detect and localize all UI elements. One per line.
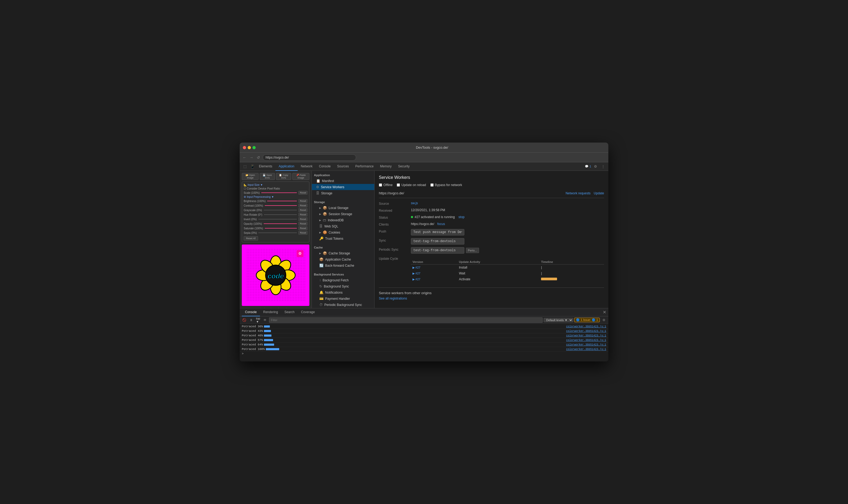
sepia-reset[interactable]: Reset	[298, 231, 308, 235]
log-link-5[interactable]: colorworker.3bb51423.js:1	[566, 343, 606, 346]
tab-application[interactable]: Application	[275, 162, 298, 171]
saturate-reset[interactable]: Reset	[298, 227, 308, 230]
back-button[interactable]: ←	[242, 155, 247, 160]
console-tab-coverage[interactable]: Coverage	[298, 308, 318, 316]
table-row: ▶ #27 Install |	[411, 265, 604, 271]
invert-reset[interactable]: Reset	[298, 217, 308, 221]
context-selector[interactable]: top ▼	[255, 317, 261, 323]
app-cache-icon: 📦	[319, 257, 324, 262]
maximize-button[interactable]	[253, 146, 256, 149]
brightness-reset[interactable]: Reset	[298, 199, 308, 203]
version-link-3[interactable]: ▶ #27	[413, 277, 420, 281]
open-image-button[interactable]: 📂 Open Image	[242, 173, 259, 180]
log-link-3[interactable]: colorworker.3bb51423.js:1	[566, 334, 606, 337]
contrast-reset[interactable]: Reset	[298, 204, 308, 208]
reset-all-button[interactable]: Reset All	[244, 236, 258, 240]
url-input[interactable]	[263, 154, 356, 161]
settings-icon[interactable]: ⚙	[592, 163, 599, 170]
sw-push-row: Push	[379, 229, 604, 235]
opacity-reset[interactable]: Reset	[298, 222, 308, 226]
console-tab-search[interactable]: Search	[281, 308, 298, 316]
traffic-lights	[243, 146, 256, 149]
stop-link[interactable]: stop	[458, 215, 465, 219]
list-item: Potraced 64% colorworker.3bb51423.js:1	[240, 342, 608, 347]
offline-checkbox[interactable]: Offline	[379, 183, 393, 187]
close-button[interactable]	[243, 146, 246, 149]
update-reload-checkbox[interactable]: Update on reload	[397, 183, 426, 187]
default-levels-select[interactable]: Default levels ▼	[544, 318, 573, 322]
bypass-checkbox[interactable]: Bypass for network	[430, 183, 462, 187]
minimize-button[interactable]	[248, 146, 251, 149]
tab-memory[interactable]: Memory	[377, 162, 395, 171]
sidebar-item-cache-storage[interactable]: ▶ 📦 Cache Storage	[312, 250, 374, 256]
version-link-2[interactable]: ▶ #27	[413, 272, 420, 275]
copy-svg-button[interactable]: 📋 Copy SVG	[276, 173, 291, 180]
log-link-6[interactable]: colorworker.3bb51423.js:1	[566, 348, 606, 351]
console-filter-input[interactable]	[269, 318, 543, 323]
device-icon[interactable]: 📱	[249, 163, 256, 170]
issues-badge[interactable]: 💬 1	[585, 163, 591, 170]
preserve-log-icon[interactable]: ⏸	[248, 317, 254, 323]
clear-console-icon[interactable]: 🚫	[241, 317, 247, 323]
log-link-4[interactable]: colorworker.3bb51423.js:1	[566, 339, 606, 342]
trust-tokens-icon: 🔑	[319, 236, 324, 240]
sidebar-item-indexeddb[interactable]: ▶ 🗃 IndexedDB	[312, 217, 374, 223]
log-text-3: Potraced 46%	[242, 334, 564, 337]
inspect-icon[interactable]: ⬚	[242, 163, 248, 170]
eye-icon[interactable]: 👁	[262, 317, 268, 323]
log-link-2[interactable]: colorworker.3bb51423.js:1	[566, 330, 606, 332]
paste-image-button[interactable]: 📌 Paste Image	[292, 173, 309, 180]
save-svg-button[interactable]: 💾 Save SVG	[260, 173, 275, 180]
sidebar-item-storage[interactable]: 🗄 Storage	[312, 190, 374, 196]
console-tab-rendering[interactable]: Rendering	[260, 308, 281, 316]
console-cursor[interactable]: >	[240, 352, 608, 356]
more-options-icon[interactable]: ⋮	[600, 163, 606, 170]
sidebar-item-service-workers[interactable]: ⚙ Service Workers	[312, 184, 374, 190]
sidebar-item-periodic-sync[interactable]: ⏱ Periodic Background Sync	[312, 302, 374, 308]
sidebar-item-bg-sync[interactable]: ↻ Background Sync	[312, 283, 374, 289]
periodic-value: Perio...	[411, 247, 604, 254]
focus-link[interactable]: focus	[437, 222, 445, 226]
sidebar-item-payment-handler[interactable]: 💳 Payment Handler	[312, 295, 374, 302]
scale-reset[interactable]: Reset	[298, 191, 308, 195]
console-settings-icon[interactable]: ⚙	[601, 317, 607, 323]
sidebar-item-trust-tokens[interactable]: 🔑 Trust Tokens	[312, 235, 374, 241]
sidebar-item-local-storage[interactable]: ▶ 📦 Local Storage	[312, 205, 374, 211]
periodic-sync-input[interactable]	[411, 247, 464, 254]
sidebar-item-manifest[interactable]: 📋 Manifest	[312, 178, 374, 184]
issues-count-badge[interactable]: 🔵 1 Issue: 🔵 1	[574, 318, 600, 322]
sidebar-item-bg-fetch[interactable]: ↑ Background Fetch	[312, 277, 374, 283]
console-tab-console[interactable]: Console	[242, 308, 260, 316]
source-link[interactable]: sw.js	[411, 201, 418, 205]
see-all-registrations-link[interactable]: See all registrations	[379, 296, 407, 300]
log-link-1[interactable]: colorworker.3bb51423.js:1	[566, 325, 606, 328]
push-input[interactable]	[411, 229, 464, 235]
sidebar-item-cookies[interactable]: ▶ 🍪 Cookies	[312, 229, 374, 235]
storage-label: Storage	[321, 192, 332, 195]
tab-elements[interactable]: Elements	[256, 162, 275, 171]
timeline-2: |	[539, 270, 604, 276]
devtools-tabs: ⬚ 📱 Elements Application Network Console…	[240, 162, 608, 171]
sidebar-item-websql[interactable]: 🗄 Web SQL	[312, 223, 374, 229]
tab-sources[interactable]: Sources	[334, 162, 352, 171]
tab-performance[interactable]: Performance	[352, 162, 377, 171]
sw-source-row: Source sw.js	[379, 201, 604, 205]
tab-security[interactable]: Security	[395, 162, 413, 171]
update-link[interactable]: Update	[594, 192, 604, 195]
sidebar-item-bfcache[interactable]: 🔄 Back-forward Cache	[312, 263, 374, 269]
console-close-button[interactable]: ✕	[603, 310, 606, 315]
sync-input[interactable]	[411, 238, 464, 245]
hue-reset[interactable]: Reset	[298, 213, 308, 216]
version-link-1[interactable]: ▶ #27	[413, 266, 420, 269]
sidebar-item-notifications[interactable]: 🔔 Notifications	[312, 289, 374, 295]
periodic-sync-label: Periodic Background Sync	[324, 303, 362, 307]
tab-console[interactable]: Console	[316, 162, 334, 171]
forward-button[interactable]: →	[249, 155, 254, 160]
sidebar-item-app-cache[interactable]: 📦 Application Cache	[312, 256, 374, 263]
period-button[interactable]: Perio...	[466, 248, 479, 253]
reload-button[interactable]: ↺	[256, 155, 261, 160]
sidebar-item-session-storage[interactable]: ▶ 📦 Session Storage	[312, 211, 374, 217]
tab-network[interactable]: Network	[298, 162, 316, 171]
grayscale-reset[interactable]: Reset	[298, 208, 308, 212]
network-requests-link[interactable]: Network requests	[566, 192, 590, 195]
